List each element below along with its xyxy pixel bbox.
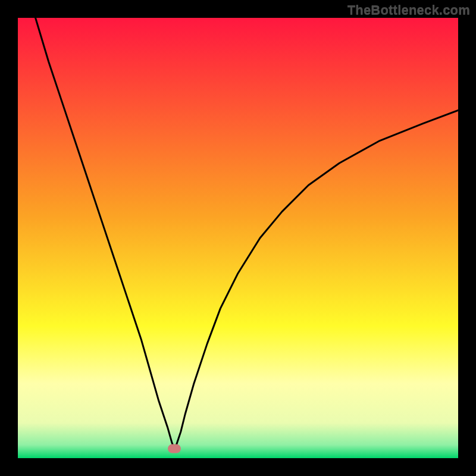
- watermark-text: TheBottleneck.com: [347, 2, 470, 18]
- plot-area: [18, 18, 458, 458]
- chart-frame: TheBottleneck.com: [0, 0, 476, 476]
- plot-svg: [18, 18, 458, 458]
- gradient-background: [18, 18, 458, 458]
- optimal-marker: [168, 444, 181, 453]
